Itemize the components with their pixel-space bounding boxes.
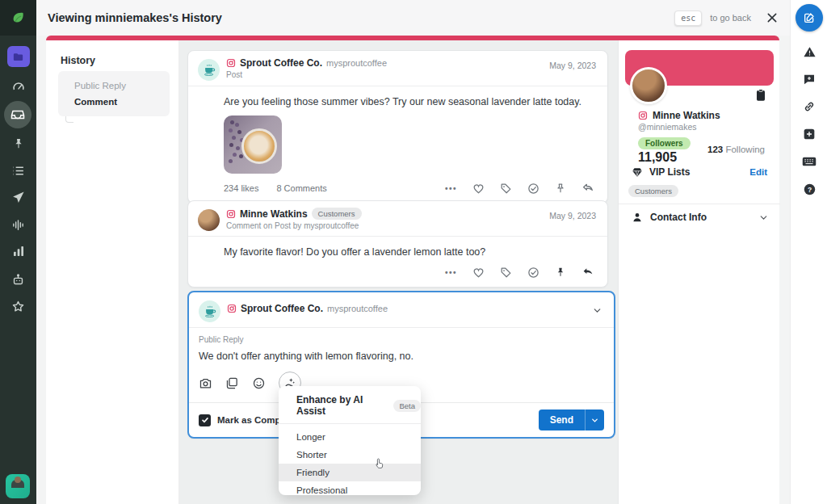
sidebar-item-reviews[interactable]	[0, 296, 36, 317]
heart-icon	[472, 267, 485, 279]
post-author[interactable]: Sprout Coffee Co.	[240, 57, 322, 69]
help-button[interactable]: ?	[803, 183, 816, 195]
sidebar-item-folders[interactable]	[0, 45, 36, 68]
comment-text: My favorite flavor! Do you offer a laven…	[188, 237, 607, 258]
customers-tag[interactable]: Customers	[628, 185, 678, 197]
pin-icon	[12, 137, 25, 150]
contact-info-label: Contact Info	[650, 212, 707, 223]
sidebar-item-listening[interactable]	[0, 214, 36, 235]
comment-author[interactable]: Minne Watkins	[240, 208, 308, 220]
sidebar-item-pin[interactable]	[0, 133, 36, 154]
send-options-button[interactable]	[585, 410, 604, 430]
gem-icon	[632, 167, 643, 178]
plus-square-icon	[803, 128, 816, 141]
reply-icon	[581, 182, 594, 195]
media-library-button[interactable]	[225, 376, 239, 390]
check-circle-icon	[527, 267, 539, 279]
sidebar-item-inbox[interactable]	[4, 101, 31, 128]
pushpin-icon	[555, 183, 566, 194]
sprout-logo[interactable]	[0, 0, 36, 36]
pin-button[interactable]	[555, 183, 566, 194]
more-icon: •••	[445, 268, 457, 277]
post-header: Sprout Coffee Co. mysproutcoffee Post Ma…	[188, 51, 607, 86]
profile-panel: Minne Watkins @minniemakes Followers 11,…	[618, 40, 779, 504]
complete-button[interactable]	[527, 267, 539, 279]
post-type-label: Post	[226, 70, 549, 79]
ai-option-professional[interactable]: Professional	[279, 481, 421, 499]
profile-avatar[interactable]	[630, 67, 667, 104]
close-button[interactable]	[766, 11, 779, 24]
like-button[interactable]	[472, 183, 485, 195]
emoji-button[interactable]	[252, 376, 266, 390]
reply-button[interactable]	[581, 266, 594, 279]
history-item-comment[interactable]: Comment	[74, 94, 170, 110]
latte-cup-graphic	[241, 128, 277, 164]
post-footer: 234 likes 8 Comments •••	[188, 174, 607, 203]
compose-handle: mysproutcoffee	[327, 304, 388, 313]
instagram-icon	[226, 58, 236, 68]
contact-info-row[interactable]: Contact Info	[632, 212, 769, 223]
chevron-down-icon[interactable]	[592, 305, 602, 316]
history-panel: History Public Reply Comment	[46, 40, 179, 504]
tag-icon	[500, 267, 512, 279]
mark-complete-checkbox[interactable]	[199, 414, 211, 426]
following-count: 123	[707, 145, 723, 154]
post-likes: 234 likes	[224, 183, 258, 193]
user-avatar[interactable]	[6, 474, 30, 498]
tag-button[interactable]	[500, 267, 512, 279]
emoji-icon	[252, 376, 266, 390]
reply-type-label: Public Reply	[189, 328, 614, 344]
attach-photo-button[interactable]	[199, 376, 212, 390]
close-icon	[766, 11, 779, 24]
link-button[interactable]	[803, 100, 816, 113]
reply-textarea[interactable]: We don't offer anything with lemon flavo…	[189, 344, 614, 362]
send-button-group: Send	[539, 410, 604, 430]
chevron-down-icon[interactable]	[758, 212, 769, 223]
ai-option-friendly[interactable]: Friendly	[279, 464, 421, 481]
complete-button[interactable]	[527, 183, 539, 195]
keyboard-icon	[802, 156, 817, 167]
compose-header[interactable]: Sprout Coffee Co. mysproutcoffee	[189, 292, 614, 328]
alerts-button[interactable]	[803, 45, 816, 58]
ai-option-shorter[interactable]: Shorter	[279, 446, 421, 464]
audio-wave-icon	[11, 218, 25, 232]
feedback-button[interactable]	[803, 73, 816, 86]
tag-button[interactable]	[500, 183, 512, 195]
compose-button[interactable]	[796, 4, 823, 32]
edit-vip-button[interactable]: Edit	[749, 167, 767, 177]
post-comments[interactable]: 8 Comments	[276, 183, 326, 193]
comment-date: May 9, 2023	[549, 211, 596, 220]
sidebar-item-bot[interactable]	[0, 269, 36, 290]
add-button[interactable]	[803, 128, 816, 141]
media-library-icon	[225, 376, 239, 390]
more-icon: •••	[445, 184, 457, 193]
ai-assist-menu: Enhance by AI Assist Beta Longer Shorter…	[279, 386, 421, 495]
tag-icon	[500, 183, 512, 195]
sidebar-item-tasks[interactable]	[0, 160, 36, 181]
pin-button[interactable]	[555, 267, 566, 278]
more-button[interactable]: •••	[445, 184, 457, 193]
shortcuts-button[interactable]	[803, 155, 816, 168]
sidebar-item-publishing[interactable]	[0, 187, 36, 208]
notes-button[interactable]	[755, 89, 766, 102]
ai-menu-title: Enhance by AI Assist	[296, 394, 387, 417]
send-button[interactable]: Send	[539, 410, 585, 430]
post-date: May 9, 2023	[549, 61, 596, 70]
sidebar-item-dashboard[interactable]	[0, 77, 36, 98]
brand-avatar	[198, 59, 220, 81]
esc-hint-text: to go back	[710, 13, 751, 23]
reply-icon	[581, 266, 594, 279]
like-button[interactable]	[472, 267, 485, 279]
reply-button[interactable]	[581, 182, 594, 195]
sidebar-item-reports[interactable]	[0, 241, 36, 262]
more-button[interactable]: •••	[445, 268, 457, 277]
history-item-public-reply[interactable]: Public Reply	[74, 78, 170, 94]
history-item-list: Public Reply Comment	[58, 71, 170, 116]
esc-key-badge: esc	[674, 10, 702, 26]
ai-option-longer[interactable]: Longer	[279, 428, 421, 446]
post-image-latte[interactable]	[224, 116, 282, 174]
followers-count: 11,905	[638, 150, 677, 165]
vip-lists-row: VIP Lists Edit	[632, 166, 767, 178]
help-icon: ?	[803, 183, 817, 196]
compose-icon	[803, 11, 816, 24]
